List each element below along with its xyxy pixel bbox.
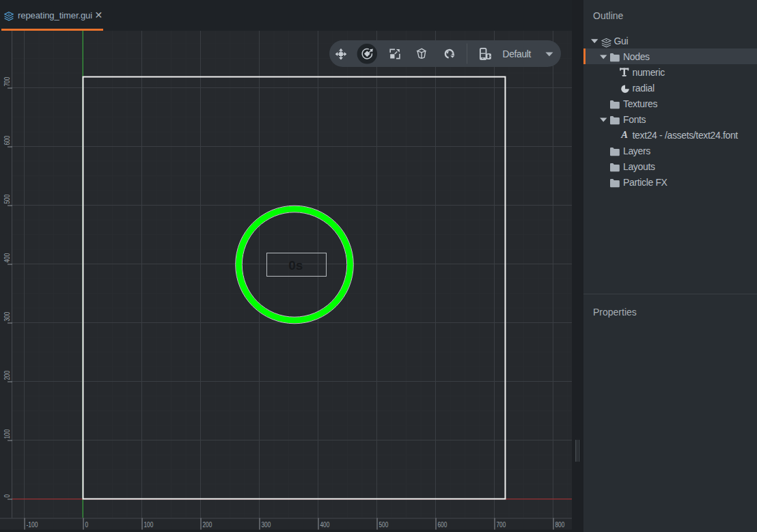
svg-text:600: 600 [438, 521, 448, 529]
svg-text:Default: Default [503, 49, 532, 59]
svg-text:400: 400 [320, 521, 330, 529]
svg-text:800: 800 [555, 521, 565, 529]
svg-text:500: 500 [379, 521, 389, 529]
svg-text:300: 300 [262, 521, 271, 529]
svg-text:0: 0 [3, 494, 11, 498]
svg-text:100: 100 [144, 521, 154, 529]
svg-text:0s: 0s [288, 258, 303, 272]
svg-text:700: 700 [3, 76, 11, 86]
svg-text:-100: -100 [27, 521, 38, 529]
svg-text:600: 600 [3, 135, 11, 145]
svg-text:700: 700 [497, 521, 506, 529]
svg-text:400: 400 [3, 253, 11, 262]
svg-text:200: 200 [203, 521, 212, 529]
svg-text:300: 300 [3, 311, 11, 321]
svg-text:200: 200 [3, 370, 11, 380]
svg-text:500: 500 [3, 194, 11, 204]
svg-text:100: 100 [3, 429, 11, 438]
svg-text:0: 0 [85, 521, 89, 529]
svg-text:A: A [620, 130, 628, 140]
